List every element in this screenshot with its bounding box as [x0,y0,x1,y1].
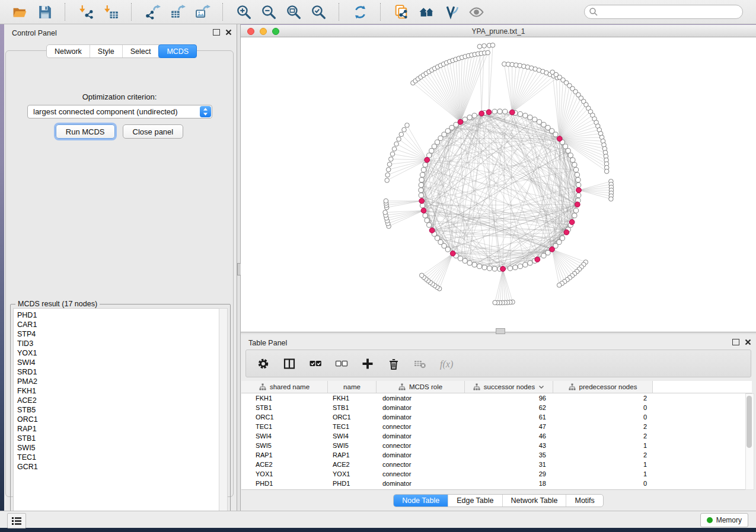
mcds-result-item[interactable]: GCR1 [17,462,219,472]
column-header-shared-name[interactable]: shared name [241,381,328,393]
mcds-result-item[interactable]: ORC1 [17,415,219,424]
mcds-result-item[interactable]: PMA2 [17,377,219,386]
table-cell: SWI5 [328,441,377,450]
network-view-canvas[interactable] [241,37,756,332]
table-panel-title: Table Panel [248,339,287,347]
optimization-criterion-select[interactable]: largest connected component (undirected) [27,105,212,118]
network-graph[interactable] [241,37,756,332]
gear-icon[interactable] [257,357,270,370]
toolbar-separator [65,3,66,21]
table-row[interactable]: RAP1RAP1dominator352 [241,450,752,460]
mcds-result-item[interactable]: SWI5 [17,443,219,453]
column-header-name[interactable]: name [328,381,377,393]
save-session-icon[interactable] [36,3,53,21]
close-table-panel-icon[interactable] [745,339,751,345]
clone-network-icon[interactable] [393,3,410,21]
table-scrollbar-thumb[interactable] [747,396,752,448]
tab-network[interactable]: Network [47,45,90,57]
table-row[interactable]: YOX1YOX1connector291 [241,469,752,479]
table-cell: 2 [553,393,653,403]
table-row[interactable]: FKH1FKH1dominator962 [241,393,752,403]
column-header-MCDS-role[interactable]: MCDS role [377,381,465,393]
mcds-result-item[interactable]: ACE2 [17,396,219,405]
mcds-result-list[interactable]: PHD1CAR1STP4TID3YOX1SWI4SRD1PMA2FKH1ACE2… [13,308,219,520]
horizontal-splitter-handle[interactable] [496,328,505,334]
table-cell: 46 [465,431,553,441]
mcds-result-item[interactable]: STB1 [17,434,219,443]
mcds-result-item[interactable]: SWI4 [17,358,219,367]
tab-node-table[interactable]: Node Table [394,495,448,507]
zoom-in-icon[interactable] [235,3,253,21]
mcds-result-scrollbar[interactable] [219,308,228,520]
home-icon[interactable] [417,3,435,21]
run-mcds-button[interactable]: Run MCDS [56,124,115,139]
memory-button[interactable]: Memory [700,513,748,527]
table-row[interactable]: PHD1PHD1dominator180 [241,479,752,488]
tab-edge-table[interactable]: Edge Table [448,495,502,507]
task-history-button[interactable] [7,513,26,528]
open-file-icon[interactable] [11,3,28,21]
refresh-layout-icon[interactable] [351,3,369,21]
tab-select[interactable]: Select [123,45,160,57]
table-body: FKH1FKH1dominator962STB1STB1dominator620… [241,393,752,488]
deselect-all-icon[interactable] [335,357,348,370]
import-table-icon[interactable] [102,3,120,21]
float-table-panel-icon[interactable] [732,339,739,345]
column-header-predecessor-nodes[interactable]: predecessor nodes [553,381,653,393]
mcds-result-item[interactable]: STP4 [17,329,219,339]
table-row[interactable]: TEC1TEC1connector472 [241,422,752,431]
tab-motifs[interactable]: Motifs [566,495,602,507]
add-column-icon[interactable] [361,357,374,370]
mcds-result-item[interactable]: CAR1 [17,320,219,329]
table-cell: ORC1 [241,412,328,422]
mcds-result-item[interactable]: TEC1 [17,453,219,462]
toolbar-separator [222,3,224,21]
table-cell: 1 [553,469,653,479]
table-cell: ACE2 [328,460,377,469]
delete-rows-icon[interactable] [387,357,400,370]
table-cell-empty [653,403,752,412]
table-row[interactable]: SWI4SWI4dominator462 [241,431,752,441]
zoom-fit-icon[interactable] [285,3,302,21]
tab-network-table[interactable]: Network Table [503,495,567,507]
split-panel-icon[interactable] [283,357,296,370]
float-panel-icon[interactable] [213,29,220,36]
search-input[interactable] [584,5,743,19]
vertical-splitter[interactable] [237,24,241,511]
mcds-result-item[interactable]: YOX1 [17,348,219,358]
mcds-result-item[interactable]: PHD1 [17,310,219,320]
close-panel-button[interactable]: Close panel [123,124,184,139]
mcds-result-item[interactable]: STB5 [17,405,219,415]
table-cell: SWI4 [328,431,377,441]
table-scrollbar[interactable] [745,393,754,490]
table-cell: 1 [553,460,653,469]
zoom-out-icon[interactable] [260,3,277,21]
table-row[interactable]: STB1STB1dominator620 [241,403,752,412]
zoom-selected-icon[interactable] [310,3,327,21]
mcds-result-item[interactable]: FKH1 [17,386,219,396]
table-row[interactable]: ACE2ACE2connector311 [241,460,752,469]
mcds-result-item[interactable]: SRD1 [17,367,219,377]
export-image-icon[interactable] [193,3,211,21]
tab-mcds[interactable]: MCDS [158,44,197,58]
table-cell: STB1 [328,403,377,412]
table-cell: SWI4 [241,431,328,441]
close-panel-icon[interactable] [225,29,232,36]
export-table-icon[interactable] [168,3,186,21]
mcds-result-item[interactable]: TID3 [17,339,219,348]
table-row[interactable]: ORC1ORC1dominator610 [241,412,752,422]
table-cell: 29 [465,469,553,479]
column-label: successor nodes [484,383,535,390]
select-all-icon[interactable] [309,357,322,370]
show-graphics-details-icon[interactable] [467,3,485,21]
import-network-icon[interactable] [77,3,95,21]
table-cell: RAP1 [241,450,328,460]
mcds-result-item[interactable]: RAP1 [17,424,219,434]
column-header-successor-nodes[interactable]: successor nodes [465,381,553,393]
export-network-icon[interactable] [143,3,161,21]
table-cell: YOX1 [328,469,377,479]
tab-style[interactable]: Style [90,45,123,57]
table-row[interactable]: SWI5SWI5connector431 [241,441,752,450]
toolbar-separator [339,3,340,21]
vizmapper-icon[interactable] [442,3,460,21]
